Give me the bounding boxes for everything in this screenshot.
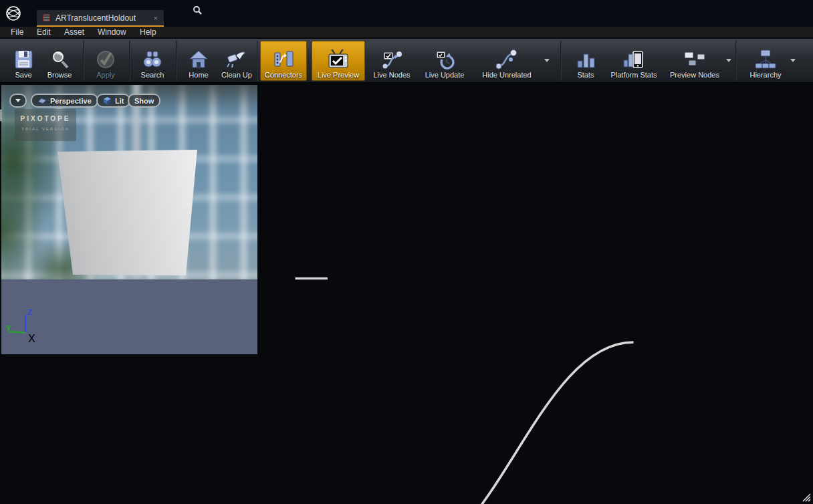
show-button[interactable]: Show bbox=[128, 94, 160, 108]
search-icon bbox=[193, 5, 202, 15]
menu-asset[interactable]: Asset bbox=[64, 27, 84, 37]
toolbar-separator bbox=[735, 41, 737, 81]
perspective-label: Perspective bbox=[50, 97, 92, 105]
asset-tab[interactable]: ARTranslucentHoldout × bbox=[37, 10, 164, 25]
toolbar-button-label: Clean Up bbox=[221, 71, 252, 79]
lit-button[interactable]: Lit bbox=[96, 94, 130, 108]
menu-help[interactable]: Help bbox=[140, 27, 156, 37]
toolbar-button-label: Hierarchy bbox=[749, 71, 781, 79]
show-label: Show bbox=[134, 97, 154, 105]
connectors-button[interactable]: Connectors bbox=[260, 41, 307, 81]
live-nodes-icon bbox=[380, 49, 403, 70]
perspective-button[interactable]: Perspective bbox=[31, 94, 98, 108]
toolbar-button-label: Live Preview bbox=[318, 71, 359, 79]
preview-nodes-dropdown-icon[interactable] bbox=[726, 59, 731, 62]
menu-bar: File Edit Asset Window Help bbox=[0, 27, 813, 38]
clean-up-brush-icon bbox=[225, 49, 248, 70]
axis-z-line bbox=[25, 315, 26, 332]
toolbar-button-label: Preview Nodes bbox=[670, 71, 719, 79]
material-asset-icon bbox=[43, 14, 50, 21]
lit-cube-icon bbox=[103, 96, 112, 105]
live-preview-button[interactable]: Live Preview bbox=[312, 41, 365, 81]
save-floppy-icon bbox=[13, 49, 34, 70]
main-toolbar: Save Browse Apply Search Home Clean Up C… bbox=[0, 39, 813, 83]
axis-z-label: Z bbox=[27, 308, 32, 316]
stats-button[interactable]: Stats bbox=[566, 41, 605, 80]
hide-unrelated-icon bbox=[495, 49, 519, 70]
home-icon bbox=[188, 49, 209, 70]
live-update-icon bbox=[433, 49, 456, 70]
search-button[interactable]: Search bbox=[133, 41, 172, 80]
platform-stats-button[interactable]: Platform Stats bbox=[606, 41, 662, 80]
tab-title: ARTranslucentHoldout bbox=[55, 13, 136, 23]
hierarchy-button[interactable]: Hierarchy bbox=[743, 41, 788, 80]
toolbar-separator bbox=[129, 41, 130, 81]
axis-y-label: Y bbox=[6, 324, 11, 332]
apply-check-icon bbox=[95, 49, 116, 70]
watermark-title: PIXOTOPE bbox=[15, 115, 76, 122]
save-button[interactable]: Save bbox=[8, 41, 39, 80]
material-preview-viewport[interactable]: Perspective Lit Show PIXOTOPE TRIAL VERS… bbox=[1, 85, 257, 354]
title-bar: ARTranslucentHoldout × bbox=[0, 0, 813, 27]
tab-close-icon[interactable]: × bbox=[154, 14, 158, 22]
chevron-down-icon bbox=[15, 99, 21, 102]
clean-up-button[interactable]: Clean Up bbox=[218, 41, 255, 80]
hide-unrelated-button[interactable]: Hide Unrelated bbox=[473, 41, 540, 80]
platform-stats-icon bbox=[622, 49, 646, 70]
toolbar-button-label: Browse bbox=[47, 71, 72, 79]
toolbar-button-label: Stats bbox=[577, 71, 594, 79]
watermark-subtitle: TRIAL VERSION bbox=[15, 127, 76, 131]
browse-button[interactable]: Browse bbox=[40, 41, 79, 80]
toolbar-separator bbox=[83, 41, 84, 81]
pixotope-watermark: PIXOTOPE TRIAL VERSION bbox=[15, 109, 76, 141]
live-preview-tv-icon bbox=[326, 49, 350, 70]
stats-chart-icon bbox=[575, 49, 596, 70]
toolbar-button-label: Home bbox=[189, 71, 208, 79]
axis-x-label: X bbox=[28, 333, 35, 345]
hide-unrelated-dropdown-icon[interactable] bbox=[544, 59, 550, 62]
viewport-options-dropdown[interactable] bbox=[9, 94, 27, 108]
lit-label: Lit bbox=[115, 97, 124, 105]
home-button[interactable]: Home bbox=[181, 41, 216, 80]
search-binoculars-icon bbox=[141, 49, 164, 70]
toolbar-button-label: Live Update bbox=[425, 71, 465, 79]
toolbar-button-label: Hide Unrelated bbox=[482, 71, 531, 79]
toolbar-separator bbox=[176, 41, 177, 81]
menu-edit[interactable]: Edit bbox=[37, 27, 51, 37]
toolbar-separator bbox=[560, 41, 562, 81]
viewport-floor bbox=[1, 279, 257, 354]
perspective-icon bbox=[37, 98, 47, 104]
toolbar-button-label: Connectors bbox=[265, 71, 302, 79]
toolbar-button-label: Search bbox=[141, 71, 164, 79]
browse-magnifier-icon bbox=[49, 49, 70, 70]
toolbar-button-label: Apply bbox=[96, 71, 115, 79]
toolbar-separator bbox=[257, 41, 258, 81]
hierarchy-icon bbox=[754, 49, 777, 70]
connectors-icon bbox=[273, 49, 294, 70]
hierarchy-dropdown-icon[interactable] bbox=[790, 59, 796, 62]
preview-nodes-button[interactable]: Preview Nodes bbox=[665, 41, 724, 80]
engine-logo-icon bbox=[5, 5, 22, 22]
preview-nodes-icon bbox=[683, 49, 707, 70]
toolbar-button-label: Platform Stats bbox=[610, 71, 657, 79]
apply-button[interactable]: Apply bbox=[87, 41, 124, 80]
menu-window[interactable]: Window bbox=[98, 27, 126, 37]
menu-file[interactable]: File bbox=[11, 27, 23, 37]
toolbar-button-label: Live Nodes bbox=[373, 71, 410, 79]
resize-handle[interactable] bbox=[800, 491, 811, 502]
toolbar-button-label: Save bbox=[15, 71, 31, 79]
live-update-button[interactable]: Live Update bbox=[420, 41, 469, 80]
live-nodes-button[interactable]: Live Nodes bbox=[368, 41, 415, 80]
